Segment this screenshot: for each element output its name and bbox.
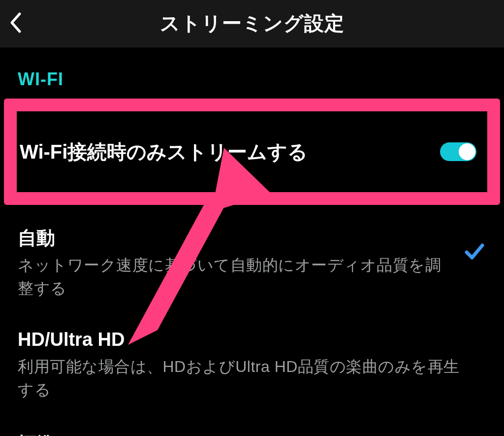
option-desc: ネットワーク速度に基づいて自動的にオーディオ品質を調整する [18, 254, 451, 300]
option-title: 標準 [18, 432, 474, 436]
toggle-knob [459, 143, 475, 160]
chevron-left-icon [9, 12, 22, 35]
row-stream-wifi-only[interactable]: Wi-Fi接続時のみストリームする [17, 111, 487, 192]
checkmark-icon [463, 239, 486, 263]
toggle-stream-wifi-only[interactable] [440, 142, 476, 161]
option-hd-ultra-hd[interactable]: HD/Ultra HD 利用可能な場合は、HDおよびUltra HD品質の楽曲の… [0, 313, 504, 415]
option-standard[interactable]: 標準 [0, 415, 504, 436]
option-text: HD/Ultra HD 利用可能な場合は、HDおよびUltra HD品質の楽曲の… [18, 327, 486, 401]
annotation-highlight-box: Wi-Fi接続時のみストリームする [4, 99, 500, 205]
back-button[interactable] [9, 0, 22, 47]
option-auto[interactable]: 自動 ネットワーク速度に基づいて自動的にオーディオ品質を調整する [0, 205, 504, 313]
section-label-wifi: WI-FI [0, 47, 504, 99]
option-text: 自動 ネットワーク速度に基づいて自動的にオーディオ品質を調整する [18, 226, 463, 300]
header: ストリーミング設定 [0, 0, 504, 47]
row-label: Wi-Fi接続時のみストリームする [20, 139, 308, 165]
option-title: 自動 [18, 226, 451, 251]
option-desc: 利用可能な場合は、HDおよびUltra HD品質の楽曲のみを再生する [18, 355, 474, 401]
page-title: ストリーミング設定 [0, 10, 504, 37]
option-text: 標準 [18, 432, 486, 436]
option-title: HD/Ultra HD [18, 327, 474, 352]
